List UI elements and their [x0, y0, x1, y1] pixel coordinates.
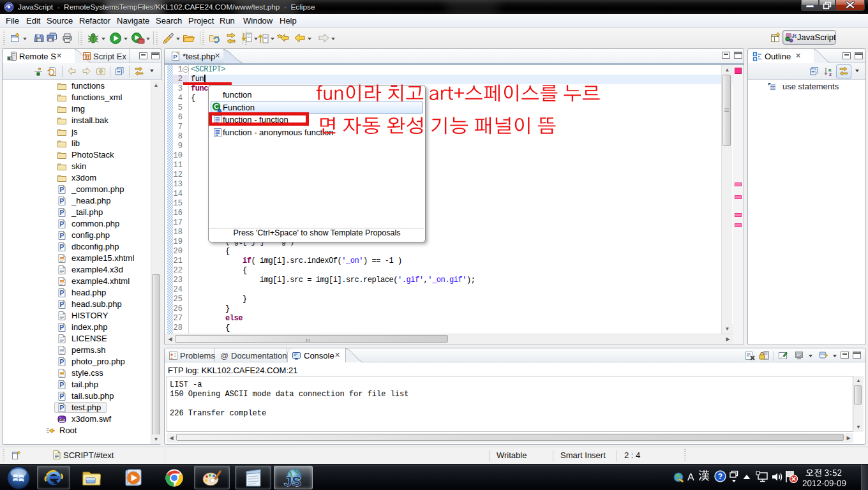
svg-text:JS: JS: [284, 473, 301, 488]
svg-text:Js: Js: [791, 33, 797, 39]
svg-text:P: P: [173, 53, 177, 60]
svg-text:?: ?: [718, 472, 722, 481]
svg-text:C: C: [214, 103, 218, 110]
svg-text:z: z: [829, 71, 832, 77]
